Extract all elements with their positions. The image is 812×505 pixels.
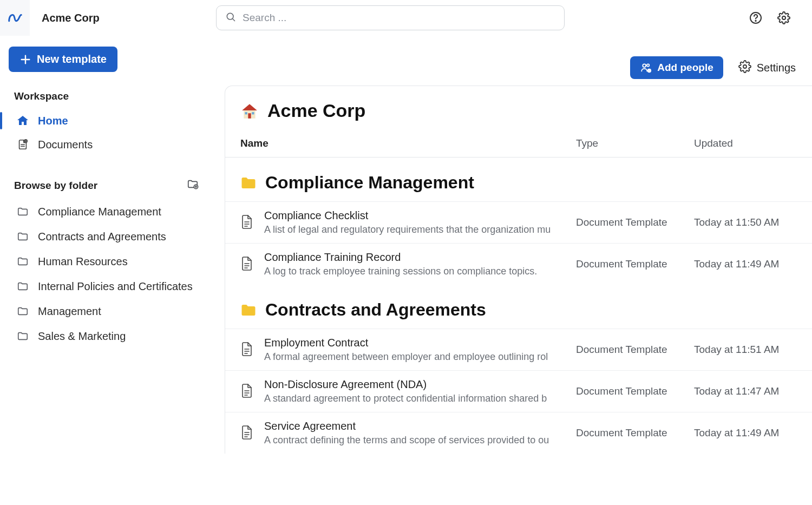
sidebar-folder-label: Sales & Marketing: [38, 330, 126, 343]
row-type: Document Template: [576, 344, 694, 356]
sidebar-folder-item[interactable]: Internal Policies and Certificates: [9, 274, 206, 299]
sidebar-folder-item[interactable]: Compliance Management: [9, 199, 206, 224]
document-icon: [240, 214, 254, 231]
table-row[interactable]: Service AgreementA contract defining the…: [225, 412, 812, 454]
sidebar-folder-label: Human Resources: [38, 255, 128, 268]
svg-rect-23: [252, 112, 254, 114]
column-headers: Name Type Updated: [225, 137, 812, 158]
sidebar-item-documents[interactable]: Documents: [9, 133, 206, 156]
section-heading[interactable]: Compliance Management: [225, 169, 812, 201]
row-main: Compliance Training RecordA log to track…: [264, 251, 576, 277]
table-row[interactable]: Compliance Training RecordA log to track…: [225, 243, 812, 285]
svg-marker-19: [242, 104, 257, 110]
new-template-button[interactable]: New template: [9, 47, 117, 72]
row-main: Non-Disclosure Agreement (NDA)A standard…: [264, 378, 576, 404]
sidebar-item-label: Documents: [38, 139, 93, 151]
row-description: A contract defining the terms and scope …: [264, 435, 565, 446]
row-updated: Today at 11:49 AM: [694, 258, 797, 270]
org-name[interactable]: Acme Corp: [42, 12, 100, 24]
gear-icon[interactable]: [777, 11, 790, 24]
svg-rect-21: [248, 113, 251, 119]
sidebar-folder-item[interactable]: Sales & Marketing: [9, 324, 206, 349]
sidebar-folder-item[interactable]: Management: [9, 299, 206, 324]
settings-label: Settings: [757, 62, 796, 74]
sidebar-folder-label: Compliance Management: [38, 206, 161, 218]
folder-icon: [240, 303, 257, 317]
column-updated: Updated: [694, 137, 797, 149]
section-title: Compliance Management: [265, 173, 474, 193]
row-main: Compliance ChecklistA list of legal and …: [264, 209, 576, 235]
row-updated: Today at 11:50 AM: [694, 217, 797, 228]
svg-line-1: [233, 18, 235, 21]
row-type: Document Template: [576, 385, 694, 397]
row-description: A formal agreement between employer and …: [264, 351, 565, 363]
row-title: Employment Contract: [264, 337, 565, 349]
folder-icon: [16, 280, 29, 293]
document-icon: [240, 383, 254, 399]
browse-heading: Browse by folder: [14, 178, 206, 193]
row-description: A list of legal and regulatory requireme…: [264, 224, 565, 235]
section-heading[interactable]: Contracts and Agreements: [225, 297, 812, 329]
sidebar-folder-label: Management: [38, 305, 101, 318]
table-row[interactable]: Employment ContractA formal agreement be…: [225, 329, 812, 370]
row-main: Service AgreementA contract defining the…: [264, 420, 576, 446]
sidebar-folder-item[interactable]: Human Resources: [9, 249, 206, 274]
search-icon: [225, 11, 243, 25]
svg-point-3: [755, 21, 756, 21]
search-input[interactable]: [243, 12, 555, 24]
row-title: Compliance Checklist: [264, 209, 565, 222]
column-name: Name: [240, 137, 576, 149]
row-description: A standard agreement to protect confiden…: [264, 393, 565, 404]
document-icon: [240, 425, 254, 441]
document-icon: [240, 342, 254, 358]
row-title: Non-Disclosure Agreement (NDA): [264, 378, 565, 391]
page-title: Acme Corp: [267, 100, 365, 121]
help-icon[interactable]: [749, 11, 762, 24]
row-main: Employment ContractA formal agreement be…: [264, 337, 576, 363]
svg-point-4: [782, 16, 785, 19]
row-updated: Today at 11:49 AM: [694, 427, 797, 439]
document-icon: [240, 256, 254, 272]
sidebar-item-label: Home: [38, 115, 68, 127]
sidebar-folder-label: Contracts and Agreements: [38, 231, 166, 243]
column-type: Type: [576, 137, 694, 149]
section-title: Contracts and Agreements: [265, 300, 486, 320]
row-type: Document Template: [576, 427, 694, 439]
table-row[interactable]: Compliance ChecklistA list of legal and …: [225, 201, 812, 243]
table-row[interactable]: Non-Disclosure Agreement (NDA)A standard…: [225, 370, 812, 412]
content-section: Contracts and AgreementsEmployment Contr…: [225, 285, 812, 454]
workspace-heading: Workspace: [14, 90, 206, 102]
add-people-label: Add people: [657, 62, 713, 74]
content-section: Compliance ManagementCompliance Checklis…: [225, 158, 812, 285]
home-icon: [16, 114, 29, 127]
row-type: Document Template: [576, 258, 694, 270]
row-title: Compliance Training Record: [264, 251, 565, 264]
folder-icon: [16, 205, 29, 218]
row-updated: Today at 11:51 AM: [694, 344, 797, 356]
house-icon: [240, 102, 259, 120]
folder-icon: [16, 330, 29, 343]
folder-icon: [16, 230, 29, 243]
svg-point-18: [743, 65, 746, 68]
svg-rect-22: [245, 112, 247, 114]
sidebar-folder-item[interactable]: Contracts and Agreements: [9, 224, 206, 249]
row-type: Document Template: [576, 217, 694, 228]
settings-button[interactable]: Settings: [738, 60, 796, 76]
sidebar-folder-label: Internal Policies and Certificates: [38, 280, 193, 293]
sidebar-item-home[interactable]: Home: [9, 109, 206, 133]
search-box[interactable]: [216, 5, 565, 30]
folder-icon: [16, 305, 29, 318]
topbar: Acme Corp: [0, 0, 812, 36]
row-updated: Today at 11:47 AM: [694, 385, 797, 397]
main-panel: Add people Settings: [216, 36, 812, 505]
row-description: A log to track employee training session…: [264, 266, 565, 277]
new-template-label: New template: [37, 53, 107, 65]
app-logo[interactable]: [0, 0, 30, 36]
folder-icon: [16, 255, 29, 268]
documents-icon: [16, 138, 29, 151]
add-people-button[interactable]: Add people: [630, 56, 723, 79]
add-folder-icon[interactable]: [187, 178, 199, 193]
svg-point-13: [643, 64, 646, 67]
content-card: Acme Corp Name Type Updated Compliance M…: [225, 86, 812, 454]
svg-point-14: [647, 64, 649, 66]
